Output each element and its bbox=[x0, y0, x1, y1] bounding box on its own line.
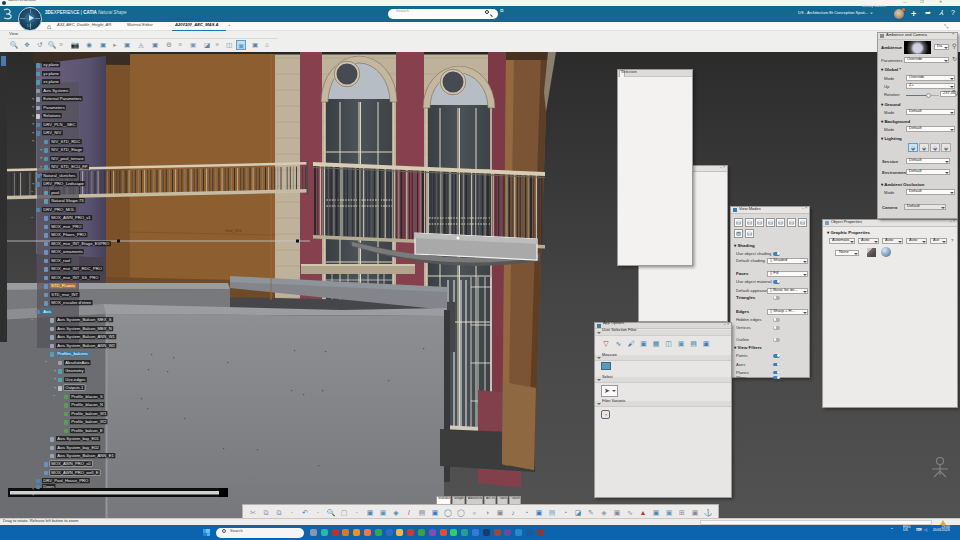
svg-text:Geof_XXX: Geof_XXX bbox=[225, 229, 242, 233]
